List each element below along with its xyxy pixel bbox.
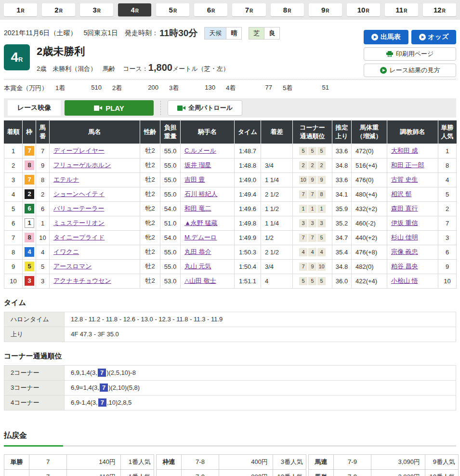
trainer-link[interactable]: 古賀 史生 (391, 176, 418, 183)
horse-link[interactable]: イワクニ (53, 248, 79, 255)
horse-number: 2 (36, 187, 50, 201)
carried-weight: 54.0 (160, 230, 181, 245)
margin: 2 1/2 (261, 187, 293, 201)
race-tab-7r[interactable]: 7R (232, 3, 265, 16)
trainer-link[interactable]: 和田 正一郎 (391, 161, 424, 169)
bet-type-quinella: 馬連 (309, 454, 334, 469)
odds-label: オッズ (428, 33, 449, 41)
table-row: 5 6 6 バリューテーラー 牝2 54.0 和田 竜二 1:49.6 1 1/… (4, 201, 457, 216)
last-3f: 34.7 (332, 230, 352, 245)
horse-link[interactable]: フリューゲルホルン (53, 161, 111, 169)
table-row: 4 2 2 ショーンヘイティ 牡2 55.0 石川 裕紀人 1:49.4 2 1… (4, 187, 457, 201)
payout-amount: 110円 (67, 469, 121, 476)
finish-time: 1:48.7 (235, 144, 261, 158)
race-tab-9r[interactable]: 9R (309, 3, 342, 16)
trainer-link[interactable]: 大和田 成 (391, 147, 418, 154)
jockey-link[interactable]: 丸山 元気 (184, 263, 211, 270)
col-finish: 着順 (4, 120, 23, 144)
jockey-link[interactable]: 石川 裕紀人 (184, 190, 218, 198)
table-row: 1 7 7 ディープレイヤー 牡2 55.0 C.ルメール 1:48.7 555… (4, 144, 457, 158)
patrol-label: 全周パトロール (188, 104, 233, 112)
horse-link[interactable]: アクナキチョウセン (53, 277, 111, 284)
horse-link[interactable]: ショーンヘイティ (53, 190, 105, 198)
trainer-link[interactable]: 小桧山 悟 (391, 277, 418, 284)
prize-2nd: 2着200 (112, 84, 169, 93)
sex-age: 牡2 (140, 274, 160, 288)
carried-weight: 55.0 (160, 187, 181, 201)
trainer-link[interactable]: 伊坂 重信 (391, 219, 418, 226)
shutsuba-button[interactable]: 出馬表 (364, 30, 408, 44)
carried-weight: 55.0 (160, 158, 181, 172)
play-button[interactable]: PLAY (65, 100, 154, 116)
jockey-link[interactable]: 和田 竜二 (184, 205, 211, 212)
corner-positions: 222 (293, 158, 332, 172)
table-row: 6 1 1 ミュステーリオン 牝2 51.0 ▲永野 猛蔵 1:49.8 1 1… (4, 216, 457, 230)
jockey-link[interactable]: 吉田 豊 (184, 176, 205, 183)
win-popularity: 2 (438, 201, 457, 216)
print-page-button[interactable]: 印刷用ページ (364, 47, 456, 61)
frame-badge: 1 (25, 218, 34, 228)
trainer-link[interactable]: 宗像 義忠 (391, 248, 418, 255)
horse-link[interactable]: エテルナ (53, 176, 79, 183)
prize-3rd: 3着130 (169, 84, 226, 93)
horse-number: 9 (36, 158, 50, 172)
race-tab-2r[interactable]: 2R (42, 3, 75, 16)
margin: 2 1/2 (261, 245, 293, 259)
horse-link[interactable]: タイニープライド (53, 234, 105, 241)
payout-combo: 7 (29, 469, 67, 476)
corner-positions: 7910 (293, 259, 332, 274)
jockey-link[interactable]: C.ルメール (184, 147, 216, 154)
jockey-link[interactable]: M.デムーロ (184, 234, 217, 241)
frame-badge: 8 (25, 160, 34, 170)
time-section-heading: タイム (0, 298, 460, 307)
jockey-link[interactable]: △山田 敬士 (184, 277, 216, 284)
carried-weight: 54.0 (160, 201, 181, 216)
sex-age: 牝2 (140, 201, 160, 216)
last-3f: 33.6 (332, 172, 352, 187)
jockey-link[interactable]: 丸田 恭介 (184, 248, 211, 255)
payout-combo: 7-9 (182, 469, 219, 476)
race-tab-12r[interactable]: 12R (423, 3, 456, 16)
frame-badge: 8 (25, 233, 34, 242)
sex-age: 牡2 (140, 259, 160, 274)
winner-highlight: 7 (98, 398, 106, 407)
patrol-video-button[interactable]: 全周パトロール (168, 100, 242, 116)
horse-link[interactable]: ディープレイヤー (53, 147, 105, 154)
jockey-link[interactable]: ▲永野 猛蔵 (184, 219, 217, 226)
trainer-link[interactable]: 粕谷 昌央 (391, 263, 418, 270)
win-popularity: 7 (438, 216, 457, 230)
trainer-link[interactable]: 森田 直行 (391, 205, 418, 212)
corner-positions: 1099 (293, 172, 332, 187)
race-header: 出馬表 オッズ 印刷用ページ レース結果の見方 2021年11月6日（土曜） 5… (0, 27, 460, 97)
race-tab-6r[interactable]: 6R (194, 3, 227, 16)
race-tab-8r[interactable]: 8R (271, 3, 304, 16)
finish-position: 5 (4, 201, 23, 216)
race-tab-3r[interactable]: 3R (80, 3, 113, 16)
col-sex-age: 性齢 (140, 120, 160, 144)
race-tab-10r[interactable]: 10R (347, 3, 380, 16)
race-tab-11r[interactable]: 11R (385, 3, 418, 16)
finish-position: 1 (4, 144, 23, 158)
trainer-link[interactable]: 杉山 佳明 (391, 234, 418, 241)
finish-position: 6 (4, 216, 23, 230)
corner-section-heading: コーナー通過順位 (0, 352, 460, 361)
results-table: 着順 枠 馬番 馬名 性齢 負担重量 騎手名 タイム 着差 コーナー通過順位 推… (4, 120, 457, 289)
table-row: 9 5 5 アースロマン 牡2 55.0 丸山 元気 1:50.4 3/4 79… (4, 259, 457, 274)
finish-position: 7 (4, 230, 23, 245)
horse-weight: 422(+4) (352, 274, 387, 288)
results-guide-button[interactable]: レース結果の見方 (364, 64, 456, 77)
race-tab-1r[interactable]: 1R (4, 3, 37, 16)
horse-link[interactable]: バリューテーラー (53, 205, 105, 212)
finish-time: 1:49.0 (235, 172, 261, 187)
trainer-link[interactable]: 相沢 郁 (391, 190, 412, 198)
race-number-badge: 4 R (4, 44, 30, 70)
odds-button[interactable]: オッズ (411, 30, 456, 44)
win-popularity: 3 (438, 230, 457, 245)
race-tab-4r-active[interactable]: 4R (118, 3, 151, 16)
jockey-link[interactable]: 坂井 瑠星 (184, 161, 211, 169)
race-tab-5r[interactable]: 5R (156, 3, 189, 16)
horse-link[interactable]: アースロマン (53, 263, 92, 270)
payout-combo: 7-9 (334, 469, 371, 476)
carried-weight: 51.0 (160, 216, 181, 230)
horse-link[interactable]: ミュステーリオン (53, 219, 105, 226)
